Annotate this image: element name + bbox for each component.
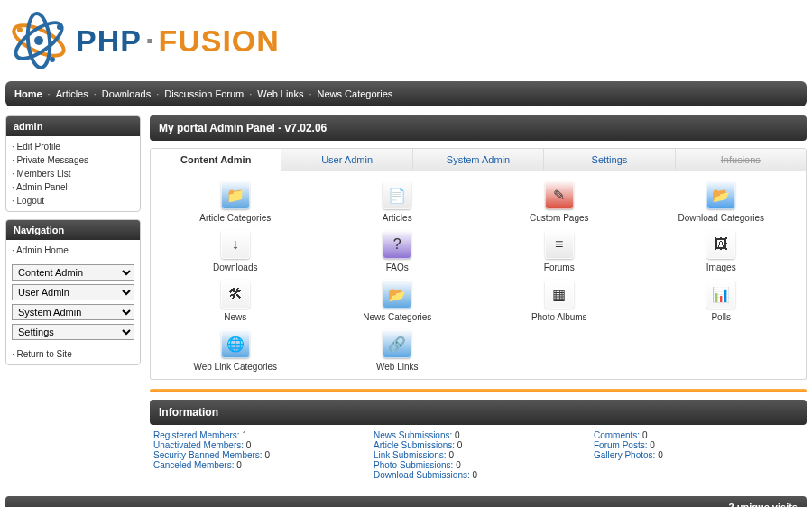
svg-point-5 <box>57 24 62 30</box>
nav-web-links[interactable]: Web Links <box>257 88 303 99</box>
polls-icon: 📊 <box>706 280 735 309</box>
info-article-submissions[interactable]: Article Submissions: 0 <box>374 440 583 450</box>
content-article-categories[interactable]: 📁Article Categories <box>156 180 315 223</box>
images-icon: 🖼 <box>706 230 735 259</box>
sidebar-admin-home[interactable]: Admin Home <box>12 244 134 257</box>
admin-tabs: Content AdminUser AdminSystem AdminSetti… <box>150 148 807 171</box>
download-categories-icon: 📂 <box>706 180 735 209</box>
web-link-categories-icon: 🌐 <box>221 329 250 358</box>
select-content-admin[interactable]: Content Admin <box>12 264 134 281</box>
info-photo-submissions[interactable]: Photo Submissions: 0 <box>374 460 583 470</box>
content-photo-albums[interactable]: ▦Photo Albums <box>480 280 639 322</box>
info-link-submissions[interactable]: Link Submissions: 0 <box>374 450 583 460</box>
admin-panel-title: admin <box>6 116 140 136</box>
navigation-panel-title: Navigation <box>6 220 140 240</box>
svg-point-4 <box>17 27 23 32</box>
downloads-label: Downloads <box>156 263 315 272</box>
footer-bar: 2 unique visits <box>5 496 807 507</box>
photo-albums-label: Photo Albums <box>480 312 639 322</box>
info-download-submissions[interactable]: Download Submissions: 0 <box>374 470 583 480</box>
sidebar-private-messages[interactable]: Private Messages <box>12 153 134 167</box>
info-canceled-members[interactable]: Canceled Members: 0 <box>153 460 363 470</box>
news-icon: 🛠 <box>221 280 250 309</box>
forums-icon: ≡ <box>545 230 574 259</box>
page-title: My portal Admin Panel - v7.02.06 <box>150 115 807 141</box>
content-articles[interactable]: 📄Articles <box>318 180 477 223</box>
sidebar-return-to-site[interactable]: Return to Site <box>12 347 134 361</box>
web-links-icon: 🔗 <box>383 329 411 358</box>
sidebar-edit-profile[interactable]: Edit Profile <box>12 140 134 153</box>
content-images[interactable]: 🖼Images <box>642 230 801 272</box>
sidebar-admin-panel[interactable]: Admin Panel <box>12 180 134 194</box>
downloads-icon: ↓ <box>221 230 250 259</box>
nav-home[interactable]: Home <box>14 88 42 99</box>
logo-text-2: FUSION <box>158 23 279 58</box>
article-categories-label: Article Categories <box>156 213 315 223</box>
select-settings[interactable]: Settings <box>12 324 134 340</box>
content-web-links[interactable]: 🔗Web Links <box>318 329 477 372</box>
tab-settings[interactable]: Settings <box>544 149 675 171</box>
sidebar-members-list[interactable]: Members List <box>12 167 134 180</box>
info-gallery-photos[interactable]: Gallery Photos: 0 <box>594 450 803 460</box>
svg-point-6 <box>50 57 55 62</box>
logo-dot: · <box>145 23 154 58</box>
content-forums[interactable]: ≡Forums <box>480 230 639 272</box>
content-download-categories[interactable]: 📂Download Categories <box>642 180 801 223</box>
images-label: Images <box>642 263 801 272</box>
navigation-panel: Navigation Admin Home Content AdminUser … <box>5 219 141 365</box>
polls-label: Polls <box>642 312 801 322</box>
information-title: Information <box>150 400 807 425</box>
content-faqs[interactable]: ?FAQs <box>318 230 477 272</box>
content-web-link-categories[interactable]: 🌐Web Link Categories <box>156 329 315 372</box>
web-links-label: Web Links <box>318 362 477 372</box>
select-system-admin[interactable]: System Admin <box>12 304 134 320</box>
custom-pages-label: Custom Pages <box>480 213 639 223</box>
divider-bar <box>150 389 807 392</box>
news-label: News <box>156 312 315 322</box>
tab-infusions: Infusions <box>676 149 806 171</box>
nav-news-categories[interactable]: News Categories <box>318 88 393 99</box>
tab-user-admin[interactable]: User Admin <box>281 149 412 171</box>
photo-albums-icon: ▦ <box>545 280 574 309</box>
svg-point-3 <box>34 36 43 45</box>
nav-downloads[interactable]: Downloads <box>102 88 151 99</box>
article-categories-icon: 📁 <box>221 180 250 209</box>
info-security-banned-members[interactable]: Security Banned Members: 0 <box>153 450 363 460</box>
info-registered-members[interactable]: Registered Members: 1 <box>153 430 363 440</box>
tab-system-admin[interactable]: System Admin <box>413 149 544 171</box>
sidebar-logout[interactable]: Logout <box>12 194 134 207</box>
content-custom-pages[interactable]: ✎Custom Pages <box>480 180 639 223</box>
faqs-icon: ? <box>383 230 411 259</box>
info-forum-posts[interactable]: Forum Posts: 0 <box>594 440 803 450</box>
content-downloads[interactable]: ↓Downloads <box>156 230 315 272</box>
admin-panel: admin Edit ProfilePrivate MessagesMember… <box>5 115 141 212</box>
main-navbar: Home·Articles·Downloads·Discussion Forum… <box>5 81 807 106</box>
nav-discussion-forum[interactable]: Discussion Forum <box>164 88 244 99</box>
unique-visits: 2 unique visits <box>729 502 798 507</box>
articles-label: Articles <box>318 213 477 223</box>
nav-articles[interactable]: Articles <box>56 88 88 99</box>
select-user-admin[interactable]: User Admin <box>12 284 134 300</box>
custom-pages-icon: ✎ <box>545 180 574 209</box>
web-link-categories-label: Web Link Categories <box>156 362 315 372</box>
content-polls[interactable]: 📊Polls <box>642 280 801 322</box>
tab-content-admin[interactable]: Content Admin <box>151 149 281 171</box>
news-categories-label: News Categories <box>318 312 477 322</box>
info-comments[interactable]: Comments: 0 <box>594 430 803 440</box>
faqs-label: FAQs <box>318 263 477 272</box>
info-unactivated-members[interactable]: Unactivated Members: 0 <box>153 440 363 450</box>
forums-label: Forums <box>480 263 639 272</box>
content-news[interactable]: 🛠News <box>156 280 315 322</box>
atom-icon <box>7 9 70 72</box>
logo-text-1: PHP <box>76 23 142 58</box>
download-categories-label: Download Categories <box>642 213 801 223</box>
info-news-submissions[interactable]: News Submissions: 0 <box>374 430 583 440</box>
news-categories-icon: 📂 <box>383 280 411 309</box>
site-logo: PHP·FUSION <box>0 0 812 78</box>
articles-icon: 📄 <box>383 180 411 209</box>
content-news-categories[interactable]: 📂News Categories <box>318 280 477 322</box>
